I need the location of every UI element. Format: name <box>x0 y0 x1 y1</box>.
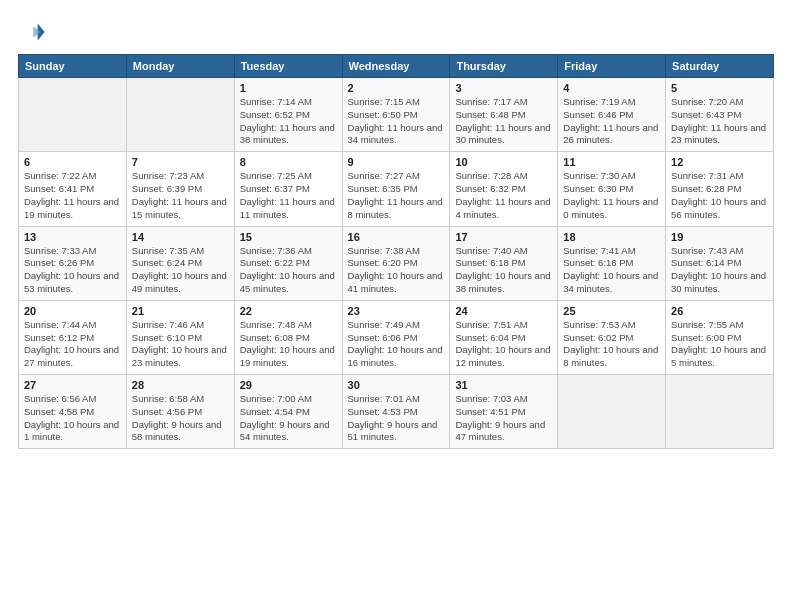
day-info: Sunrise: 7:17 AM Sunset: 6:48 PM Dayligh… <box>455 96 552 147</box>
day-info: Sunrise: 7:40 AM Sunset: 6:18 PM Dayligh… <box>455 245 552 296</box>
day-info: Sunrise: 7:20 AM Sunset: 6:43 PM Dayligh… <box>671 96 768 147</box>
day-number: 21 <box>132 305 229 317</box>
calendar-cell: 16Sunrise: 7:38 AM Sunset: 6:20 PM Dayli… <box>342 226 450 300</box>
calendar-body: 1Sunrise: 7:14 AM Sunset: 6:52 PM Daylig… <box>19 78 774 449</box>
calendar-week-row: 6Sunrise: 7:22 AM Sunset: 6:41 PM Daylig… <box>19 152 774 226</box>
day-info: Sunrise: 6:58 AM Sunset: 4:56 PM Dayligh… <box>132 393 229 444</box>
calendar-cell: 31Sunrise: 7:03 AM Sunset: 4:51 PM Dayli… <box>450 375 558 449</box>
calendar-header: SundayMondayTuesdayWednesdayThursdayFrid… <box>19 55 774 78</box>
calendar-cell: 14Sunrise: 7:35 AM Sunset: 6:24 PM Dayli… <box>126 226 234 300</box>
calendar-week-row: 13Sunrise: 7:33 AM Sunset: 6:26 PM Dayli… <box>19 226 774 300</box>
day-number: 11 <box>563 156 660 168</box>
header-row: SundayMondayTuesdayWednesdayThursdayFrid… <box>19 55 774 78</box>
calendar-cell: 12Sunrise: 7:31 AM Sunset: 6:28 PM Dayli… <box>666 152 774 226</box>
day-number: 17 <box>455 231 552 243</box>
day-info: Sunrise: 7:19 AM Sunset: 6:46 PM Dayligh… <box>563 96 660 147</box>
day-number: 13 <box>24 231 121 243</box>
day-number: 18 <box>563 231 660 243</box>
calendar-cell: 29Sunrise: 7:00 AM Sunset: 4:54 PM Dayli… <box>234 375 342 449</box>
day-number: 6 <box>24 156 121 168</box>
day-info: Sunrise: 7:30 AM Sunset: 6:30 PM Dayligh… <box>563 170 660 221</box>
header-day: Sunday <box>19 55 127 78</box>
day-number: 14 <box>132 231 229 243</box>
header-day: Wednesday <box>342 55 450 78</box>
day-info: Sunrise: 7:25 AM Sunset: 6:37 PM Dayligh… <box>240 170 337 221</box>
day-number: 26 <box>671 305 768 317</box>
calendar-cell <box>558 375 666 449</box>
day-info: Sunrise: 7:28 AM Sunset: 6:32 PM Dayligh… <box>455 170 552 221</box>
calendar-cell: 28Sunrise: 6:58 AM Sunset: 4:56 PM Dayli… <box>126 375 234 449</box>
calendar-cell: 2Sunrise: 7:15 AM Sunset: 6:50 PM Daylig… <box>342 78 450 152</box>
day-info: Sunrise: 7:36 AM Sunset: 6:22 PM Dayligh… <box>240 245 337 296</box>
header-day: Friday <box>558 55 666 78</box>
day-number: 10 <box>455 156 552 168</box>
header-day: Monday <box>126 55 234 78</box>
calendar-cell: 13Sunrise: 7:33 AM Sunset: 6:26 PM Dayli… <box>19 226 127 300</box>
header <box>18 18 774 46</box>
day-number: 8 <box>240 156 337 168</box>
day-info: Sunrise: 7:46 AM Sunset: 6:10 PM Dayligh… <box>132 319 229 370</box>
calendar-cell: 27Sunrise: 6:56 AM Sunset: 4:58 PM Dayli… <box>19 375 127 449</box>
calendar-cell: 5Sunrise: 7:20 AM Sunset: 6:43 PM Daylig… <box>666 78 774 152</box>
calendar-cell: 7Sunrise: 7:23 AM Sunset: 6:39 PM Daylig… <box>126 152 234 226</box>
day-info: Sunrise: 7:01 AM Sunset: 4:53 PM Dayligh… <box>348 393 445 444</box>
calendar-cell: 4Sunrise: 7:19 AM Sunset: 6:46 PM Daylig… <box>558 78 666 152</box>
day-info: Sunrise: 7:03 AM Sunset: 4:51 PM Dayligh… <box>455 393 552 444</box>
calendar-cell: 26Sunrise: 7:55 AM Sunset: 6:00 PM Dayli… <box>666 300 774 374</box>
day-number: 23 <box>348 305 445 317</box>
calendar-cell: 24Sunrise: 7:51 AM Sunset: 6:04 PM Dayli… <box>450 300 558 374</box>
header-day: Saturday <box>666 55 774 78</box>
day-info: Sunrise: 7:53 AM Sunset: 6:02 PM Dayligh… <box>563 319 660 370</box>
calendar-cell: 20Sunrise: 7:44 AM Sunset: 6:12 PM Dayli… <box>19 300 127 374</box>
day-number: 29 <box>240 379 337 391</box>
day-number: 28 <box>132 379 229 391</box>
calendar-cell: 18Sunrise: 7:41 AM Sunset: 6:16 PM Dayli… <box>558 226 666 300</box>
calendar-cell: 19Sunrise: 7:43 AM Sunset: 6:14 PM Dayli… <box>666 226 774 300</box>
calendar-table: SundayMondayTuesdayWednesdayThursdayFrid… <box>18 54 774 449</box>
header-day: Thursday <box>450 55 558 78</box>
calendar-cell: 21Sunrise: 7:46 AM Sunset: 6:10 PM Dayli… <box>126 300 234 374</box>
calendar-week-row: 27Sunrise: 6:56 AM Sunset: 4:58 PM Dayli… <box>19 375 774 449</box>
day-info: Sunrise: 7:48 AM Sunset: 6:08 PM Dayligh… <box>240 319 337 370</box>
day-info: Sunrise: 7:23 AM Sunset: 6:39 PM Dayligh… <box>132 170 229 221</box>
calendar-cell: 11Sunrise: 7:30 AM Sunset: 6:30 PM Dayli… <box>558 152 666 226</box>
day-info: Sunrise: 7:38 AM Sunset: 6:20 PM Dayligh… <box>348 245 445 296</box>
day-number: 31 <box>455 379 552 391</box>
day-info: Sunrise: 7:15 AM Sunset: 6:50 PM Dayligh… <box>348 96 445 147</box>
calendar-cell <box>19 78 127 152</box>
day-number: 25 <box>563 305 660 317</box>
day-number: 7 <box>132 156 229 168</box>
day-number: 30 <box>348 379 445 391</box>
day-number: 20 <box>24 305 121 317</box>
day-info: Sunrise: 7:51 AM Sunset: 6:04 PM Dayligh… <box>455 319 552 370</box>
day-info: Sunrise: 7:41 AM Sunset: 6:16 PM Dayligh… <box>563 245 660 296</box>
day-number: 5 <box>671 82 768 94</box>
logo-icon <box>18 18 46 46</box>
calendar-cell: 3Sunrise: 7:17 AM Sunset: 6:48 PM Daylig… <box>450 78 558 152</box>
calendar-cell: 9Sunrise: 7:27 AM Sunset: 6:35 PM Daylig… <box>342 152 450 226</box>
day-number: 2 <box>348 82 445 94</box>
calendar-cell: 22Sunrise: 7:48 AM Sunset: 6:08 PM Dayli… <box>234 300 342 374</box>
day-info: Sunrise: 7:55 AM Sunset: 6:00 PM Dayligh… <box>671 319 768 370</box>
day-info: Sunrise: 7:44 AM Sunset: 6:12 PM Dayligh… <box>24 319 121 370</box>
day-number: 1 <box>240 82 337 94</box>
day-number: 16 <box>348 231 445 243</box>
calendar-cell: 15Sunrise: 7:36 AM Sunset: 6:22 PM Dayli… <box>234 226 342 300</box>
day-info: Sunrise: 7:43 AM Sunset: 6:14 PM Dayligh… <box>671 245 768 296</box>
day-number: 27 <box>24 379 121 391</box>
day-info: Sunrise: 7:35 AM Sunset: 6:24 PM Dayligh… <box>132 245 229 296</box>
calendar-cell: 30Sunrise: 7:01 AM Sunset: 4:53 PM Dayli… <box>342 375 450 449</box>
calendar-cell: 25Sunrise: 7:53 AM Sunset: 6:02 PM Dayli… <box>558 300 666 374</box>
logo <box>18 18 50 46</box>
day-info: Sunrise: 7:31 AM Sunset: 6:28 PM Dayligh… <box>671 170 768 221</box>
day-info: Sunrise: 7:27 AM Sunset: 6:35 PM Dayligh… <box>348 170 445 221</box>
day-info: Sunrise: 7:22 AM Sunset: 6:41 PM Dayligh… <box>24 170 121 221</box>
day-number: 24 <box>455 305 552 317</box>
day-number: 12 <box>671 156 768 168</box>
calendar-cell: 8Sunrise: 7:25 AM Sunset: 6:37 PM Daylig… <box>234 152 342 226</box>
calendar-week-row: 1Sunrise: 7:14 AM Sunset: 6:52 PM Daylig… <box>19 78 774 152</box>
day-info: Sunrise: 7:49 AM Sunset: 6:06 PM Dayligh… <box>348 319 445 370</box>
calendar-cell: 1Sunrise: 7:14 AM Sunset: 6:52 PM Daylig… <box>234 78 342 152</box>
calendar-cell: 10Sunrise: 7:28 AM Sunset: 6:32 PM Dayli… <box>450 152 558 226</box>
day-info: Sunrise: 7:33 AM Sunset: 6:26 PM Dayligh… <box>24 245 121 296</box>
